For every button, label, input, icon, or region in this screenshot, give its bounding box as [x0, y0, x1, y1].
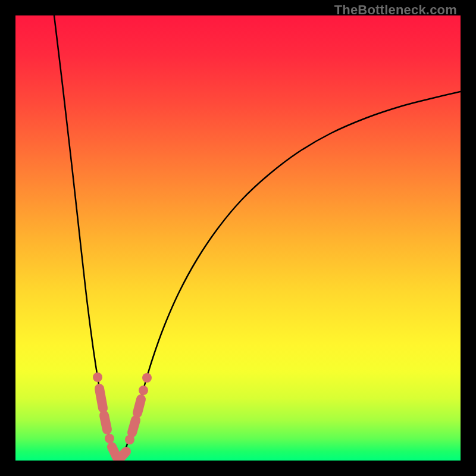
chart-frame: TheBottleneck.com: [0, 0, 476, 476]
watermark-text: TheBottleneck.com: [334, 2, 457, 18]
chart-plot-area: [15, 15, 461, 461]
